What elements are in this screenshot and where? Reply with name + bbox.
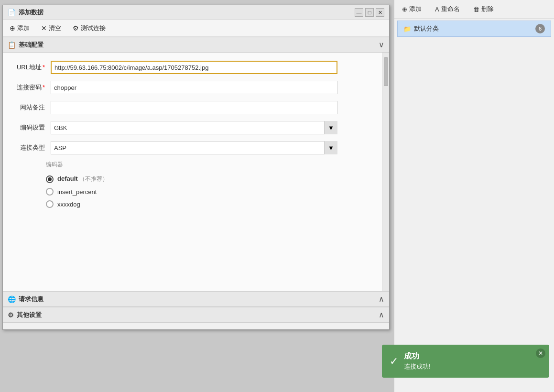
dialog-title-icon: 📄 [8, 9, 16, 16]
folder-icon: 📁 [403, 25, 411, 33]
success-notification: ✓ 成功 连接成功! ✕ [382, 345, 549, 378]
encoder-label: 编码器 [46, 161, 375, 169]
url-label: URL地址* [11, 63, 45, 72]
encoding-label: 编码设置 [11, 123, 45, 132]
right-rename-label: 重命名 [441, 5, 460, 13]
encoder-xxxxdog-radio[interactable] [46, 200, 54, 208]
encoder-default-subtext: （不推荐） [79, 175, 108, 182]
right-panel-toolbar: ⊕ 添加 A 重命名 🗑 删除 [394, 0, 554, 19]
close-button[interactable]: ✕ [376, 8, 384, 17]
category-left: 📁 默认分类 [403, 24, 439, 33]
success-check-icon: ✓ [390, 355, 398, 368]
success-text: 成功 连接成功! [404, 351, 542, 371]
dialog-title-text: 添加数据 [19, 8, 43, 17]
note-row: 网站备注 [3, 98, 382, 118]
request-info-title: 请求信息 [19, 295, 43, 304]
add-icon: ⊕ [10, 24, 15, 32]
category-item[interactable]: 📁 默认分类 6 [397, 21, 551, 37]
encoder-default-radio[interactable] [46, 175, 54, 183]
test-connection-button[interactable]: ⚙ 测试连接 [71, 23, 108, 33]
encoding-row: 编码设置 GBK ▼ [3, 118, 382, 138]
other-settings-section[interactable]: ⚙ 其他设置 ∧ [3, 307, 389, 323]
request-info-toggle[interactable]: ∧ [379, 294, 384, 304]
type-select-display[interactable]: ASP [51, 141, 337, 154]
encoding-select-wrapper: GBK ▼ [51, 121, 337, 134]
notification-close-button[interactable]: ✕ [536, 348, 545, 358]
scrollbar-thumb [384, 57, 388, 86]
type-select-wrapper: ASP ▼ [51, 141, 337, 154]
right-rename-icon: A [435, 6, 439, 13]
success-subtitle: 连接成功! [404, 362, 542, 371]
type-row: 连接类型 ASP ▼ [3, 138, 382, 158]
basic-config-icon: 📋 [8, 41, 16, 49]
other-settings-title: 其他设置 [17, 311, 42, 319]
right-add-icon: ⊕ [402, 6, 407, 13]
category-name: 默认分类 [414, 24, 439, 33]
basic-config-section-header[interactable]: 📋 基础配置 ∨ [3, 37, 389, 53]
right-delete-button[interactable]: 🗑 删除 [471, 4, 496, 14]
dialog-body: 📋 基础配置 ∨ URL地址* 连接密码* [3, 37, 389, 323]
section-header-left: 📋 基础配置 [8, 41, 43, 49]
encoder-default-row: default （不推荐） [46, 173, 375, 185]
request-info-header-left: 🌐 请求信息 [8, 295, 43, 304]
add-data-dialog: 📄 添加数据 — □ ✕ ⊕ 添加 ✕ 清空 ⚙ 测试连接 📋 基础配置 [2, 5, 390, 330]
encoder-insert-percent-label: insert_percent [57, 188, 97, 196]
note-label: 网站备注 [11, 103, 45, 112]
clear-button[interactable]: ✕ 清空 [39, 23, 63, 33]
other-settings-toggle[interactable]: ∧ [379, 310, 384, 319]
encoding-value: GBK [54, 124, 67, 131]
right-delete-label: 删除 [481, 5, 494, 13]
encoder-default-label: default （不推荐） [57, 175, 108, 183]
password-input[interactable] [51, 81, 337, 94]
note-input[interactable] [51, 101, 337, 114]
encoder-insert-percent-radio[interactable] [46, 188, 54, 196]
radio-inner [48, 177, 52, 181]
right-delete-icon: 🗑 [473, 6, 479, 13]
basic-config-content: URL地址* 连接密码* 网站备注 编码设置 [3, 53, 389, 291]
request-info-icon: 🌐 [8, 295, 16, 303]
password-label: 连接密码* [11, 83, 45, 92]
test-icon: ⚙ [73, 24, 79, 32]
other-settings-icon: ⚙ [8, 311, 14, 319]
category-badge: 6 [535, 24, 545, 33]
dialog-controls: — □ ✕ [355, 8, 384, 17]
clear-label: 清空 [49, 24, 61, 33]
password-required-star: * [43, 84, 45, 91]
right-add-button[interactable]: ⊕ 添加 [400, 4, 424, 14]
dialog-titlebar: 📄 添加数据 — □ ✕ [3, 5, 389, 20]
password-row: 连接密码* [3, 77, 382, 98]
dialog-title-left: 📄 添加数据 [8, 8, 43, 17]
request-info-section[interactable]: 🌐 请求信息 ∧ [3, 291, 389, 307]
right-rename-button[interactable]: A 重命名 [433, 4, 462, 14]
basic-config-toggle[interactable]: ∨ [379, 40, 384, 49]
encoder-xxxxdog-label: xxxxdog [57, 201, 80, 208]
add-button[interactable]: ⊕ 添加 [8, 23, 32, 33]
other-settings-header-left: ⚙ 其他设置 [8, 311, 42, 319]
success-title: 成功 [404, 351, 542, 361]
maximize-button[interactable]: □ [365, 8, 374, 17]
dialog-toolbar: ⊕ 添加 ✕ 清空 ⚙ 测试连接 [3, 20, 389, 37]
encoding-select-display[interactable]: GBK [51, 121, 337, 134]
url-row: URL地址* [3, 57, 382, 77]
type-value: ASP [54, 144, 66, 152]
encoder-section: 编码器 default （不推荐） insert_percent [3, 158, 382, 213]
test-label: 测试连接 [81, 24, 106, 33]
url-required-star: * [43, 64, 45, 71]
clear-icon: ✕ [41, 24, 47, 32]
encoder-insert-percent-row: insert_percent [46, 185, 375, 198]
minimize-button[interactable]: — [355, 8, 363, 17]
right-add-label: 添加 [409, 5, 422, 13]
right-panel: ⊕ 添加 A 重命名 🗑 删除 📁 默认分类 6 [394, 0, 554, 392]
add-label: 添加 [17, 24, 30, 33]
encoder-xxxxdog-row: xxxxdog [46, 198, 375, 210]
basic-config-title: 基础配置 [19, 41, 43, 49]
url-input[interactable] [51, 61, 337, 74]
type-label: 连接类型 [11, 143, 45, 152]
scrollbar[interactable] [382, 53, 389, 291]
